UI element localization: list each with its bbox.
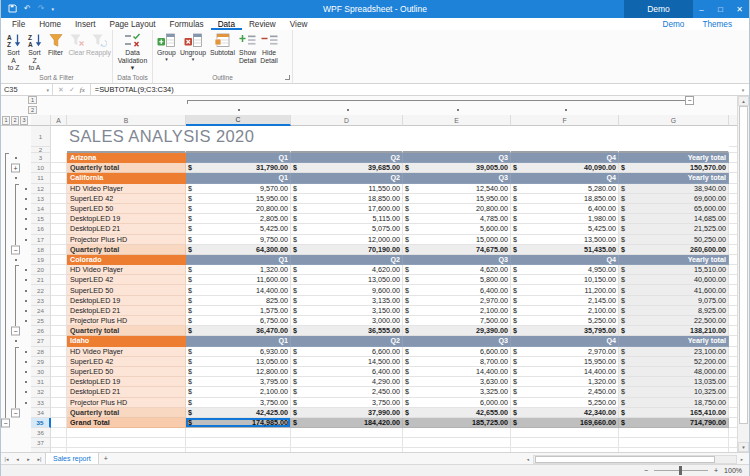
- column-header-A[interactable]: A: [51, 115, 67, 126]
- cell-value[interactable]: $3,750.00: [291, 398, 403, 408]
- cell-value[interactable]: $4,620.00: [291, 265, 403, 275]
- select-all-corner[interactable]: [31, 115, 51, 126]
- row-header-19[interactable]: 19: [31, 255, 51, 265]
- cell-value[interactable]: $15,950.00: [186, 194, 291, 204]
- cell-value[interactable]: $9,570.00: [186, 184, 291, 194]
- cell-value[interactable]: $5,600.00: [403, 224, 511, 234]
- cell-label[interactable]: Colorado: [67, 255, 186, 265]
- row-header-33[interactable]: 33: [31, 398, 51, 408]
- name-box[interactable]: C35 ▾: [1, 84, 53, 95]
- demo-badge-button[interactable]: Demo: [624, 0, 693, 18]
- cell-value[interactable]: $5,075.00: [291, 224, 403, 234]
- outline-expand-button[interactable]: +: [11, 164, 20, 173]
- cell-a[interactable]: [51, 418, 67, 428]
- cell-a[interactable]: [51, 235, 67, 245]
- column-header-C[interactable]: C: [186, 115, 291, 126]
- cell-value[interactable]: $74,675.00: [403, 245, 511, 255]
- cell-value[interactable]: $14,400.00: [511, 367, 619, 377]
- row-header-34[interactable]: 34: [31, 408, 51, 418]
- row-header-18[interactable]: 18: [31, 245, 51, 255]
- cell-a[interactable]: [51, 387, 67, 397]
- cell-value[interactable]: $169,660.00: [511, 418, 619, 428]
- cell-value[interactable]: $4,950.00: [511, 265, 619, 275]
- cell-a[interactable]: [51, 173, 67, 183]
- vertical-scrollbar-thumb[interactable]: [739, 106, 748, 424]
- selected-cell[interactable]: $174,985.00: [186, 418, 291, 428]
- zoom-out-icon[interactable]: −: [644, 467, 648, 474]
- cell-label[interactable]: Arizona: [67, 153, 186, 163]
- cell-value[interactable]: Q1: [186, 173, 291, 183]
- outline-collapse-button[interactable]: −: [1, 418, 10, 427]
- row-header-32[interactable]: 32: [31, 387, 51, 397]
- save-icon[interactable]: [8, 4, 17, 15]
- cell-a[interactable]: [51, 398, 67, 408]
- formula-input[interactable]: =SUBTOTAL(9;C3:C34): [91, 84, 737, 95]
- cell-value[interactable]: $2,450.00: [291, 387, 403, 397]
- row-header-1[interactable]: 1: [31, 126, 51, 147]
- cell-value[interactable]: $4,620.00: [403, 265, 511, 275]
- cell-label[interactable]: Projector Plus HD: [67, 235, 186, 245]
- row-header-25[interactable]: 25: [31, 316, 51, 326]
- cell-a[interactable]: [51, 377, 67, 387]
- first-sheet-icon[interactable]: |◂: [1, 456, 12, 462]
- cell-value[interactable]: $10,150.00: [511, 275, 619, 285]
- row-outline-level-2-button[interactable]: 2: [11, 116, 19, 125]
- name-box-dropdown-icon[interactable]: ▾: [46, 87, 49, 93]
- zoom-in-icon[interactable]: +: [714, 467, 718, 474]
- cell-value[interactable]: $36,555.00: [291, 326, 403, 336]
- column-outline-collapse-button[interactable]: −: [685, 96, 694, 105]
- cell-value[interactable]: $3,795.00: [186, 377, 291, 387]
- cell-value[interactable]: $3,325.00: [403, 387, 511, 397]
- cell-value[interactable]: $42,340.00: [511, 408, 619, 418]
- cell-value[interactable]: $150,570.00: [619, 163, 729, 173]
- row-header-28[interactable]: 28: [31, 347, 51, 357]
- cell-value[interactable]: Q4: [511, 255, 619, 265]
- cell-value[interactable]: $165,410.00: [619, 408, 729, 418]
- cell-a[interactable]: [51, 153, 67, 163]
- cell-value[interactable]: $714,790.00: [619, 418, 729, 428]
- cell-value[interactable]: $11,600.00: [186, 275, 291, 285]
- cell-value[interactable]: $6,600.00: [403, 347, 511, 357]
- cell-value[interactable]: $6,400.00: [403, 285, 511, 295]
- cell-label[interactable]: HD Video Player: [67, 184, 186, 194]
- cell-value[interactable]: $48,000.00: [619, 367, 729, 377]
- row-header-14[interactable]: 14: [31, 204, 51, 214]
- cell-value[interactable]: $2,100.00: [186, 387, 291, 397]
- ribbon-link-demo[interactable]: Demo: [656, 20, 692, 29]
- column-header-E[interactable]: E: [403, 115, 511, 126]
- cell-a[interactable]: [51, 306, 67, 316]
- cell-label[interactable]: HD Video Player: [67, 265, 186, 275]
- cell-value[interactable]: $11,550.00: [291, 184, 403, 194]
- cell-value[interactable]: Q2: [291, 173, 403, 183]
- last-sheet-icon[interactable]: ▸|: [34, 456, 45, 462]
- cell-value[interactable]: Q3: [403, 153, 511, 163]
- cell-value[interactable]: $37,990.00: [291, 408, 403, 418]
- cell-a[interactable]: [51, 316, 67, 326]
- cell-value[interactable]: $18,750.00: [619, 398, 729, 408]
- tab-view[interactable]: View: [283, 18, 315, 30]
- cell-value[interactable]: $38,940.00: [619, 184, 729, 194]
- cell-label[interactable]: Grand Total: [67, 418, 186, 428]
- cell-value[interactable]: $40,090.00: [511, 163, 619, 173]
- cell-value[interactable]: Q4: [511, 173, 619, 183]
- cell-label[interactable]: DesktopLED 21: [67, 306, 186, 316]
- ungroup-button[interactable]: Ungroup ▾: [178, 31, 208, 62]
- cell-label[interactable]: SuperLED 50: [67, 367, 186, 377]
- horizontal-scrollbar-track[interactable]: [533, 455, 737, 464]
- cell-label[interactable]: Quarterly total: [67, 408, 186, 418]
- row-outline-level-3-button[interactable]: 3: [20, 116, 28, 125]
- cell-value[interactable]: $40,600.00: [619, 275, 729, 285]
- cell-value[interactable]: [403, 428, 511, 438]
- group-button[interactable]: Group ▾: [155, 31, 178, 62]
- cell-label[interactable]: California: [67, 173, 186, 183]
- cell-value[interactable]: $11,200.00: [511, 285, 619, 295]
- cell-value[interactable]: $15,950.00: [511, 357, 619, 367]
- cell-label[interactable]: Projector Plus HD: [67, 316, 186, 326]
- cell-value[interactable]: Q4: [511, 153, 619, 163]
- row-header-15[interactable]: 15: [31, 214, 51, 224]
- cell-value[interactable]: $4,290.00: [291, 377, 403, 387]
- cell-label[interactable]: Projector Plus HD: [67, 398, 186, 408]
- scroll-up-icon[interactable]: ▲: [738, 96, 749, 106]
- cell-a[interactable]: [51, 245, 67, 255]
- cell-value[interactable]: [619, 126, 729, 147]
